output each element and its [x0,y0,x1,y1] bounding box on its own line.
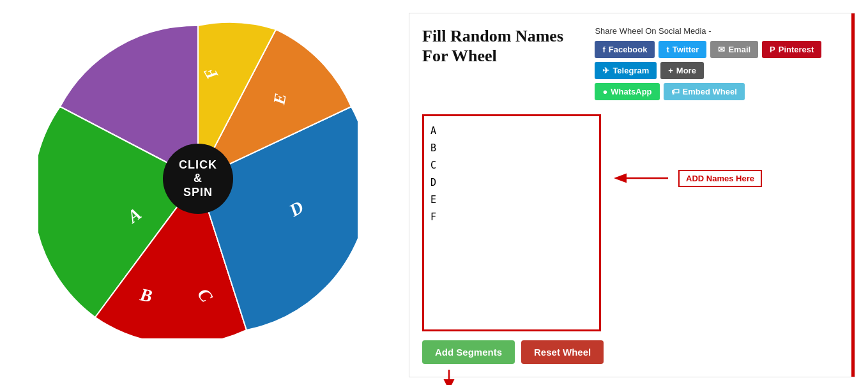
more-button[interactable]: + More [660,62,704,79]
embed-icon: 🏷 [671,87,680,96]
content-area: A B C D E F ADD Names Here [422,114,842,331]
pinterest-button[interactable]: P Pinterest [762,41,821,58]
whatsapp-button[interactable]: ● WhatsApp [595,83,659,100]
reset-wheel-button[interactable]: Reset Wheel [521,340,604,364]
email-icon: ✉ [718,45,725,54]
whatsapp-label: WhatsApp [611,87,651,96]
telegram-button[interactable]: ✈ Telegram [595,62,657,79]
names-textarea[interactable]: A B C D E F [422,114,601,331]
twitter-icon: t [666,45,669,54]
panel-header: Fill Random Names For Wheel Share Wheel … [422,26,842,104]
wheel-section: A B C D E F CLICK&SPIN [13,13,383,338]
share-section: Share Wheel On Social Media - f Facebook… [595,26,842,104]
email-label: Email [728,45,750,54]
bottom-arrow-icon [441,370,457,385]
bottom-annotation: Click Here After Writing Names [441,370,581,385]
share-label: Share Wheel On Social Media - [595,26,842,36]
add-segments-button[interactable]: Add Segments [422,340,515,364]
embed-button[interactable]: 🏷 Embed Wheel [664,83,745,100]
spin-button[interactable]: CLICK&SPIN [163,144,233,214]
action-area: Add Segments Reset Wheel Click Here Afte… [422,340,842,364]
panel-title: Fill Random Names For Wheel [422,26,582,66]
facebook-button[interactable]: f Facebook [595,41,655,58]
facebook-icon: f [602,45,605,54]
share-buttons-2: ● WhatsApp 🏷 Embed Wheel [595,83,842,100]
pinterest-label: Pinterest [779,45,814,54]
twitter-button[interactable]: t Twitter [659,41,706,58]
embed-label: Embed Wheel [683,87,737,96]
twitter-label: Twitter [673,45,699,54]
add-names-label: ADD Names Here [678,170,762,187]
more-icon: + [668,66,673,75]
whatsapp-icon: ● [602,87,607,96]
annotation-arrow [611,165,674,191]
red-border [851,13,855,377]
share-buttons: f Facebook t Twitter ✉ Email P Pinterest… [595,41,842,79]
pinterest-icon: P [770,45,775,54]
email-button[interactable]: ✉ Email [710,41,758,58]
telegram-label: Telegram [613,66,649,75]
wheel-container: A B C D E F CLICK&SPIN [38,19,358,338]
more-label: More [676,66,696,75]
facebook-label: Facebook [609,45,648,54]
arrow-annotation: ADD Names Here [611,165,762,191]
action-buttons: Add Segments Reset Wheel [422,340,842,364]
telegram-icon: ✈ [602,66,609,75]
right-panel: Fill Random Names For Wheel Share Wheel … [409,13,855,377]
